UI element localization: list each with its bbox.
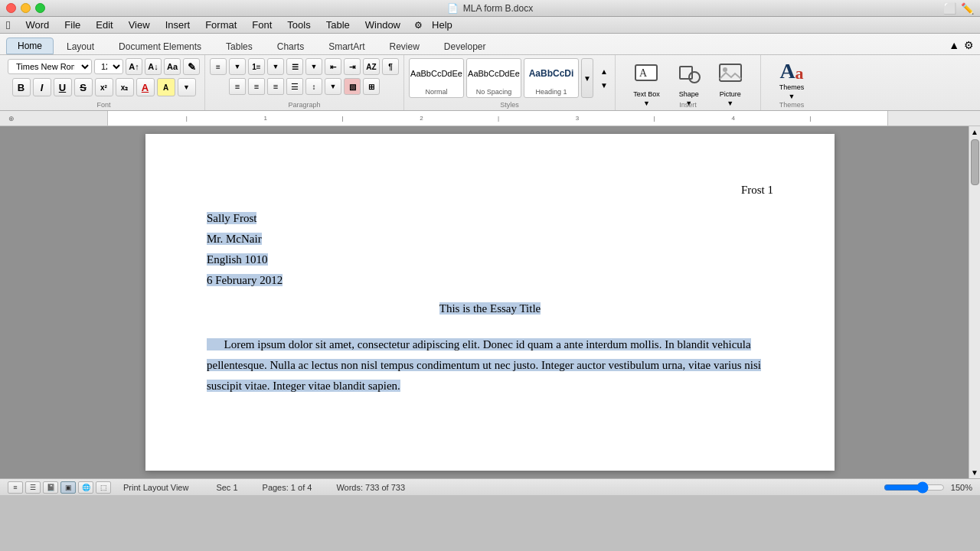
textbox-icon: A [634, 60, 658, 89]
font-shrink-btn[interactable]: A↓ [145, 58, 162, 75]
scroll-up-btn[interactable]: ▲ [969, 126, 980, 138]
view-normal-btn[interactable]: ≡ [8, 481, 23, 494]
menu-tools[interactable]: Tools [281, 18, 316, 32]
view-focus-btn[interactable]: ⬚ [96, 481, 111, 494]
font-size-selector[interactable]: 12 [94, 59, 123, 74]
superscript-btn[interactable]: x² [95, 78, 113, 96]
decrease-indent-btn[interactable]: ⇤ [325, 58, 341, 75]
tab-tables[interactable]: Tables [214, 37, 264, 54]
numbering-dropdown-btn[interactable]: ▼ [267, 58, 284, 75]
document-page[interactable]: Frost 1 Sally Frost Mr. McNair English 1… [145, 134, 835, 471]
page-header: Frost 1 [207, 180, 773, 201]
themes-button[interactable]: Aa Themes ▼ [773, 58, 811, 103]
align-right-btn[interactable]: ≡ [267, 78, 284, 95]
maximize-button[interactable] [35, 3, 45, 13]
tab-home[interactable]: Home [6, 37, 54, 54]
view-web-btn[interactable]: 🌐 [78, 481, 93, 494]
zoom-label: 150% [951, 483, 972, 492]
menu-table[interactable]: Table [320, 18, 356, 32]
apple-menu[interactable]:  [6, 18, 10, 31]
menu-view[interactable]: View [122, 18, 156, 32]
ruler-toggle[interactable]: ⊕ [6, 115, 17, 122]
styles-less-btn[interactable]: ▼ [598, 79, 610, 91]
document-scroll-area[interactable]: Frost 1 Sally Frost Mr. McNair English 1… [0, 126, 980, 478]
status-bar: ≡ ☰ 📓 ▣ 🌐 ⬚ Print Layout View Sec 1 Page… [0, 478, 980, 495]
title-bar: 📄 MLA form B.docx ⬜ ✏️ [0, 0, 980, 17]
italic-button[interactable]: I [33, 78, 51, 96]
line-spacing-dropdown-btn[interactable]: ▼ [325, 78, 341, 95]
line-name: Sally Frost [207, 208, 773, 229]
tab-developer[interactable]: Developer [433, 37, 498, 54]
style-heading1[interactable]: AaBbCcDi Heading 1 [524, 58, 579, 98]
menu-window[interactable]: Window [359, 18, 407, 32]
ribbon-collapse-btn[interactable]: ▲ [949, 39, 959, 51]
essay-title-line: This is the Essay Title [207, 298, 773, 319]
picture-label: Picture [720, 90, 741, 98]
multilevel-dropdown-btn[interactable]: ▼ [305, 58, 322, 75]
style-normal[interactable]: AaBbCcDdEe Normal [409, 58, 464, 98]
style-no-spacing[interactable]: AaBbCcDdEe No Spacing [466, 58, 521, 98]
font-color-btn[interactable]: A [136, 78, 155, 96]
numbering-btn[interactable]: 1≡ [248, 58, 265, 75]
menu-edit[interactable]: Edit [90, 18, 119, 32]
menu-help[interactable]: Help [426, 18, 459, 32]
traffic-lights[interactable] [6, 3, 45, 13]
styles-more-btn[interactable]: ▲ [598, 65, 610, 77]
scroll-down-btn[interactable]: ▼ [969, 467, 980, 478]
clear-format-btn[interactable]: ✎ [183, 58, 200, 75]
menu-format[interactable]: Format [199, 18, 243, 32]
highlight-color-btn[interactable]: A [157, 78, 175, 96]
sort-btn[interactable]: AZ [363, 58, 380, 75]
subscript-btn[interactable]: x₂ [116, 78, 134, 96]
styles-scroll-btn[interactable]: ▼ [581, 58, 593, 98]
document-icon: 📄 [447, 3, 459, 14]
menu-file[interactable]: File [58, 18, 87, 32]
view-notebook-btn[interactable]: 📓 [43, 481, 58, 494]
multilevel-btn[interactable]: ☰ [286, 58, 303, 75]
themes-dropdown[interactable]: ▼ [789, 93, 795, 100]
window-icon-2[interactable]: ✏️ [961, 2, 974, 15]
paragraph-group: Paragraph ≡ ▼ 1≡ ▼ ☰ ▼ ⇤ ⇥ AZ ¶ ≡ ≡ [205, 55, 404, 110]
strikethrough-btn[interactable]: S [74, 78, 93, 96]
font-grow-btn[interactable]: A↑ [126, 58, 142, 75]
font-dropdown-btn[interactable]: ▼ [178, 78, 196, 96]
svg-rect-2 [680, 67, 692, 79]
minimize-button[interactable] [21, 3, 31, 13]
justify-btn[interactable]: ☰ [286, 78, 303, 95]
line-spacing-btn[interactable]: ↕ [305, 78, 322, 95]
ruler: ⊕ | 1 | 2 | 3 | 4 | [0, 111, 980, 126]
view-outline-btn[interactable]: ☰ [25, 481, 41, 494]
line-date: 6 February 2012 [207, 270, 773, 291]
tab-charts[interactable]: Charts [266, 37, 315, 54]
tab-layout[interactable]: Layout [55, 37, 106, 54]
bullets-btn[interactable]: ≡ [210, 58, 227, 75]
bold-button[interactable]: B [12, 78, 31, 96]
increase-indent-btn[interactable]: ⇥ [344, 58, 361, 75]
zoom-slider[interactable] [884, 481, 945, 494]
view-print-btn[interactable]: ▣ [60, 481, 76, 494]
close-button[interactable] [6, 3, 16, 13]
ribbon-settings-btn[interactable]: ⚙ [964, 39, 974, 51]
ribbon: Home Layout Document Elements Tables Cha… [0, 34, 980, 111]
tab-document-elements[interactable]: Document Elements [107, 37, 213, 54]
shading-btn[interactable]: ▧ [344, 78, 361, 95]
underline-button[interactable]: U [54, 78, 72, 96]
bullets-dropdown-btn[interactable]: ▼ [229, 58, 246, 75]
themes-label: Themes [779, 83, 805, 91]
font-aa-btn[interactable]: Aa [164, 58, 181, 75]
show-marks-btn[interactable]: ¶ [382, 58, 399, 75]
menu-font[interactable]: Font [246, 18, 278, 32]
align-left-btn[interactable]: ≡ [229, 78, 246, 95]
borders-btn[interactable]: ⊞ [363, 78, 380, 95]
menu-insert[interactable]: Insert [159, 18, 197, 32]
scrollbar-thumb[interactable] [971, 139, 979, 185]
vertical-scrollbar[interactable]: ▲ ▼ [969, 126, 980, 478]
essay-body[interactable]: Lorem ipsum dolor sit amet, consectetur … [207, 334, 773, 396]
tab-review[interactable]: Review [377, 37, 430, 54]
menu-word[interactable]: Word [19, 18, 55, 32]
font-name-selector[interactable]: Times New Roman [8, 59, 92, 74]
align-center-btn[interactable]: ≡ [248, 78, 265, 95]
window-icon-1[interactable]: ⬜ [943, 2, 956, 15]
author-info-block: Sally Frost Mr. McNair English 1010 6 Fe… [207, 208, 773, 291]
tab-smartart[interactable]: SmartArt [317, 37, 376, 54]
